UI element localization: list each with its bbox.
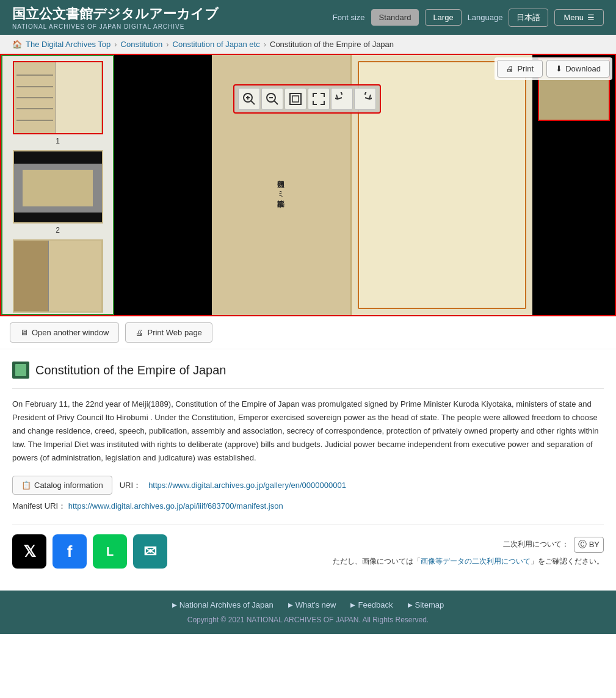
license-note-suffix: 」をご確認ください。 xyxy=(531,557,604,565)
print-page-label: Print Web page xyxy=(147,328,201,337)
main-image-area: 🖨 Print ⬇ Download xyxy=(114,55,615,315)
footer-link-sitemap-label: Sitemap xyxy=(415,600,444,609)
social-icons: 𝕏 f L ✉ xyxy=(12,534,167,569)
license-section: 二次利用について： Ⓒ BY ただし、画像については「画像等データの二次利用につ… xyxy=(333,537,604,567)
zoom-in-button[interactable] xyxy=(238,88,260,110)
breadcrumb-sep-2: › xyxy=(166,40,168,49)
facebook-icon: f xyxy=(67,542,73,561)
fit-page-button[interactable] xyxy=(284,88,306,110)
below-viewer-actions: 🖥 Open another window 🖨 Print Web page xyxy=(0,316,616,349)
thumbnail-label-1: 1 xyxy=(56,137,60,145)
left-dark-area xyxy=(114,55,212,315)
license-label: 二次利用について： xyxy=(503,539,569,550)
download-label: Download xyxy=(565,64,601,73)
footer-links: National Archives of Japan What's new Fe… xyxy=(12,600,604,609)
license-note-link[interactable]: 画像等データの二次利用について xyxy=(421,557,531,565)
thumbnail-image-1 xyxy=(13,61,103,134)
license-note: ただし、画像については「画像等データの二次利用について」をご確認ください。 xyxy=(333,556,604,567)
print-button[interactable]: 🖨 Print xyxy=(497,60,543,78)
svg-line-1 xyxy=(251,101,255,104)
print-page-icon: 🖨 xyxy=(136,328,143,337)
breadcrumb-sep-1: › xyxy=(114,40,117,49)
footer-link-archives-label: National Archives of Japan xyxy=(179,600,274,609)
line-icon: L xyxy=(106,545,114,559)
site-header: 国立公文書館デジタルアーカイブ NATIONAL ARCHIVES OF JAP… xyxy=(0,0,616,35)
svg-rect-7 xyxy=(290,93,301,104)
breadcrumb-constitution-japan[interactable]: Constitution of Japan etc xyxy=(173,40,260,49)
breadcrumb: 🏠 The Digital Archives Top › Constitutio… xyxy=(0,35,616,54)
breadcrumb-constitution[interactable]: Constitution xyxy=(121,40,163,49)
viewer-controls-bar xyxy=(233,84,381,114)
thumbnail-item-1[interactable]: 1 xyxy=(12,61,104,145)
footer-link-whatsnew[interactable]: What's new xyxy=(288,600,336,609)
font-size-label: Font size xyxy=(333,13,365,22)
logo-jp-text: 国立公文書館デジタルアーカイブ xyxy=(12,5,219,23)
right-dark-area xyxy=(532,55,615,315)
thumbnail-label-2: 2 xyxy=(56,226,60,234)
share-line-button[interactable]: L xyxy=(93,534,127,569)
language-button[interactable]: 日本語 xyxy=(509,9,548,27)
header-controls: Font size Standard Large Language 日本語 Me… xyxy=(333,9,604,27)
menu-label: Menu xyxy=(563,13,584,22)
footer-link-feedback-label: Feedback xyxy=(358,600,393,609)
document-title-bar: Constitution of the Empire of Japan xyxy=(12,362,604,379)
svg-rect-8 xyxy=(292,96,299,102)
thumbnail-item-2[interactable]: 2 xyxy=(12,150,104,234)
site-logo: 国立公文書館デジタルアーカイブ NATIONAL ARCHIVES OF JAP… xyxy=(12,5,219,30)
rotate-right-button[interactable] xyxy=(354,88,376,110)
site-footer: National Archives of Japan What's new Fe… xyxy=(0,591,616,634)
zoom-out-button[interactable] xyxy=(261,88,283,110)
footer-copyright: Copyright © 2021 NATIONAL ARCHIVES OF JA… xyxy=(12,616,604,624)
open-window-button[interactable]: 🖥 Open another window xyxy=(10,322,119,343)
by-icon: BY xyxy=(589,540,600,549)
footer-link-sitemap[interactable]: Sitemap xyxy=(408,600,444,609)
share-email-button[interactable]: ✉ xyxy=(133,534,167,569)
print-label: Print xyxy=(517,64,534,73)
document-title: Constitution of the Empire of Japan xyxy=(35,363,226,377)
title-divider xyxy=(12,388,604,389)
catalog-icon: 📋 xyxy=(21,481,31,490)
share-x-button[interactable]: 𝕏 xyxy=(12,534,46,569)
document-description: On February 11, the 22nd year of Meiji(1… xyxy=(12,398,604,465)
thumbnail-item-3[interactable]: 3 xyxy=(12,239,104,315)
print-icon: 🖨 xyxy=(506,64,514,73)
catalog-label: Catalog information xyxy=(34,481,103,490)
open-window-label: Open another window xyxy=(32,328,109,337)
download-button[interactable]: ⬇ Download xyxy=(546,60,610,78)
open-window-icon: 🖥 xyxy=(20,328,28,337)
viewer-actions: 🖨 Print ⬇ Download xyxy=(495,57,612,80)
breadcrumb-sep-3: › xyxy=(264,40,266,49)
cc-icon: Ⓒ xyxy=(578,539,587,550)
footer-link-feedback[interactable]: Feedback xyxy=(350,600,393,609)
manifest-label: Manifest URI： xyxy=(12,501,66,511)
share-facebook-button[interactable]: f xyxy=(53,534,87,569)
breadcrumb-home[interactable]: The Digital Archives Top xyxy=(26,40,111,49)
rotate-left-button[interactable] xyxy=(331,88,353,110)
font-large-button[interactable]: Large xyxy=(425,9,461,26)
social-section: 𝕏 f L ✉ 二次利用について： Ⓒ BY xyxy=(12,524,604,578)
thumbnail-panel: 1 2 xyxy=(1,55,114,315)
manifest-link[interactable]: https://www.digital.archives.go.jp/api/i… xyxy=(68,501,283,511)
cc-license-badge[interactable]: Ⓒ BY xyxy=(574,537,604,553)
thumbnail-image-3 xyxy=(13,239,103,313)
home-icon: 🏠 xyxy=(12,40,22,49)
language-label: Language xyxy=(468,13,503,22)
thumbnail-image-2 xyxy=(13,150,103,224)
x-icon: 𝕏 xyxy=(23,542,36,561)
menu-button[interactable]: Menu ☰ xyxy=(554,9,604,26)
mail-icon: ✉ xyxy=(143,542,157,561)
download-icon: ⬇ xyxy=(556,64,562,73)
font-standard-button[interactable]: Standard xyxy=(371,9,419,26)
document-viewer: 1 2 xyxy=(0,54,616,316)
fullscreen-button[interactable] xyxy=(308,88,330,110)
content-area: Constitution of the Empire of Japan On F… xyxy=(0,349,616,591)
print-page-button[interactable]: 🖨 Print Web page xyxy=(125,322,212,343)
logo-en-text: NATIONAL ARCHIVES OF JAPAN DIGITAL ARCHI… xyxy=(12,23,219,30)
uri-link[interactable]: https://www.digital.archives.go.jp/galle… xyxy=(148,481,346,490)
document-icon xyxy=(12,362,29,379)
menu-icon: ☰ xyxy=(587,13,595,22)
footer-link-archives[interactable]: National Archives of Japan xyxy=(172,600,274,609)
breadcrumb-current: Constitution of the Empire of Japan xyxy=(270,40,394,49)
catalog-info-button[interactable]: 📋 Catalog information xyxy=(12,476,112,495)
uri-label: URI： xyxy=(120,480,141,491)
